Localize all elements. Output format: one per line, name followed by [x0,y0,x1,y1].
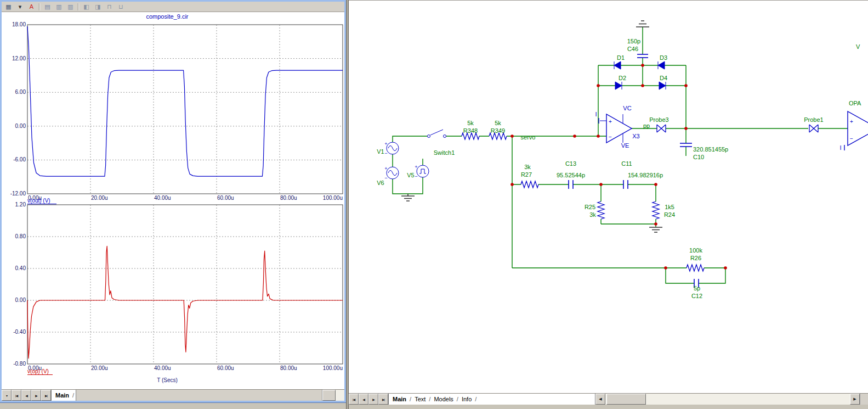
label-C10[interactable]: C10 [693,154,704,160]
label-I[interactable]: I [595,111,597,117]
y-tick-label: 6.00 [15,89,26,95]
resistor-r27[interactable] [521,181,538,188]
diode-d3[interactable] [658,61,665,69]
diode-d4[interactable] [659,82,666,89]
next-tab-button[interactable]: ▶ [368,394,378,405]
align-left-icon[interactable]: ◧ [81,2,92,12]
label-C12[interactable]: C12 [691,293,702,299]
first-tab-button[interactable]: |◀ [12,390,21,401]
x-tick-label: 100.00u [323,365,343,371]
capacitor-c46[interactable] [637,54,648,58]
probe-probe1[interactable] [809,125,818,132]
text-tool-icon[interactable]: A [26,2,37,12]
label-5k[interactable]: 5k [495,120,501,126]
align-bottom-icon[interactable]: ⊔ [116,2,126,12]
tab-info[interactable]: Info [459,396,474,402]
copy-page-icon[interactable]: ▥ [65,2,76,12]
label-pp[interactable]: pp [643,122,650,129]
tab-main[interactable]: Main [390,396,409,402]
label-3k[interactable]: 3k [524,164,531,170]
copy-window-icon[interactable]: ▥ [54,2,64,12]
label-150p[interactable]: 150p [627,38,640,44]
y-tick-label: 18.00 [12,21,26,27]
label-D4[interactable]: D4 [660,75,667,81]
label-C13[interactable]: C13 [565,160,576,167]
label-R24[interactable]: R24 [664,211,675,218]
scroll-left-button[interactable]: ◀ [595,394,605,405]
x-tick-label: 20.00u [91,365,108,371]
label-5k[interactable]: 5k [467,120,474,126]
voltage-source-v6[interactable] [387,167,399,179]
label-VC[interactable]: VC [623,105,631,111]
last-tab-button[interactable]: ▶| [41,390,51,401]
align-right-icon[interactable]: ◨ [93,2,103,12]
label-servo[interactable]: servo [521,134,536,141]
resistor-r24[interactable] [653,201,659,219]
capacitor-c11[interactable] [623,180,628,189]
label-Probe3[interactable]: Probe3 [649,116,668,123]
label-R348[interactable]: R348 [463,127,478,134]
tab-main[interactable]: Main [53,392,72,399]
capacitor-c10[interactable] [680,143,692,147]
schematic-h-scrollbar[interactable]: ◀ ▶ [595,394,860,405]
capacitor-c13[interactable] [569,180,573,189]
label-R26[interactable]: R26 [690,255,701,261]
opamp-opa[interactable]: + − [844,111,868,150]
plot-toolbar: ▦▾A▤▥▥◧◨⊓⊔ [2,2,344,12]
label-VE[interactable]: VE [621,142,629,149]
label-V[interactable]: V [856,43,860,50]
switch-switch1[interactable] [428,130,446,138]
label-OPA[interactable]: OPA [849,100,861,107]
align-top-icon[interactable]: ⊓ [104,2,115,12]
tab-text[interactable]: Text [412,396,428,402]
label-R27[interactable]: R27 [521,171,532,178]
label-R25[interactable]: R25 [585,204,595,210]
label-Switch1[interactable]: Switch1 [434,149,455,156]
clipboard-icon[interactable]: ▤ [42,2,53,12]
prev-tab-button[interactable]: ◀ [21,390,31,401]
label-95-52544p[interactable]: 95.52544p [557,172,585,178]
plot-h-scrollbar-thumb[interactable] [322,390,336,401]
tab-models[interactable]: Models [431,396,456,402]
label-X3[interactable]: X3 [632,133,639,139]
label-D2[interactable]: D2 [619,75,626,81]
scrollbar-track[interactable] [605,394,850,405]
voltage-source-v1[interactable] [387,142,399,154]
trace-vopV [27,246,343,358]
pane-menu-button[interactable]: ▾ [2,390,12,401]
first-tab-button[interactable]: |◀ [349,394,359,405]
label-C11[interactable]: C11 [621,160,632,167]
next-tab-button[interactable]: ▶ [31,390,41,401]
plot-h-scrollbar[interactable] [322,390,344,401]
scroll-right-button[interactable]: ▶ [850,394,860,405]
component-grid-icon[interactable]: ▦ [3,2,14,12]
scrollbar-thumb[interactable] [606,394,646,405]
label-100k[interactable]: 100k [689,247,702,254]
label-1k5[interactable]: 1k5 [665,204,674,210]
label-D3[interactable]: D3 [660,54,667,61]
label-V6[interactable]: V6 [377,180,384,186]
prev-tab-button[interactable]: ◀ [359,394,368,405]
label-D1[interactable]: D1 [617,54,625,61]
resistor-r26[interactable] [687,265,704,271]
label-R349[interactable]: R349 [491,127,505,134]
last-tab-button[interactable]: ▶| [378,394,388,405]
pulse-source-v5[interactable] [417,165,429,177]
label-V5[interactable]: V5 [407,172,414,178]
probe-probe3[interactable] [657,125,666,132]
label-V1[interactable]: V1 [377,148,384,155]
opamp-x3[interactable]: + − [599,114,632,143]
dropdown-arrow-icon[interactable]: ▾ [15,2,25,12]
schematic-canvas[interactable]: +− +− +− [349,1,868,394]
label-320-851455p[interactable]: 320.851455p [693,146,728,153]
label-C46[interactable]: C46 [627,46,638,52]
trace-voutV [27,26,343,176]
label-5p[interactable]: 5p [694,285,700,292]
label-3k[interactable]: 3k [589,211,596,218]
diode-d2[interactable] [615,82,622,89]
resistor-r25[interactable] [598,201,604,219]
label-I[interactable]: I [839,144,841,151]
label-Probe1[interactable]: Probe1 [804,116,823,123]
diode-d1[interactable] [614,61,621,69]
label-154-982916p[interactable]: 154.982916p [628,172,663,178]
